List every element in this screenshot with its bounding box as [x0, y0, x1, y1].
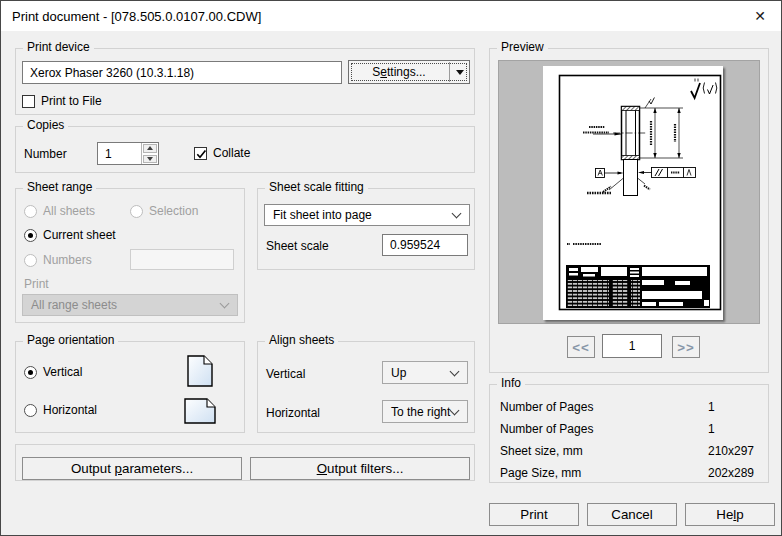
info-row-value: 1 — [708, 400, 715, 414]
sheet-scale-fitting-group: Sheet scale fitting Fit sheet into page … — [257, 188, 475, 270]
align-vertical-label: Vertical — [266, 367, 305, 381]
copies-number-stepper[interactable]: 1 — [97, 142, 159, 165]
preview-page-thumbnail — [543, 66, 723, 320]
checkmark-icon — [195, 148, 208, 161]
checkbox-box-checked[interactable] — [194, 147, 207, 160]
align-horizontal-label: Horizontal — [266, 406, 320, 420]
titlebar: Print document - [078.505.0.0107.00.CDW]… — [1, 1, 781, 31]
radio-numbers: Numbers — [24, 253, 92, 267]
output-buttons-frame: Output parameters... Output filters... — [15, 444, 475, 481]
radio-icon[interactable] — [24, 404, 37, 417]
radio-all-sheets: All sheets — [24, 204, 95, 218]
preview-group: Preview — [489, 48, 769, 373]
close-icon[interactable]: ✕ — [754, 7, 766, 25]
sheet-range-group: Sheet range All sheets Selection Current… — [15, 188, 245, 323]
next-page-button[interactable]: >> — [672, 336, 700, 358]
chevron-down-icon[interactable] — [452, 209, 462, 219]
radio-vertical[interactable]: Vertical — [24, 365, 82, 379]
radio-current-sheet[interactable]: Current sheet — [24, 228, 116, 242]
info-row-value: 210x297 — [708, 444, 754, 458]
chevron-down-icon — [220, 299, 230, 309]
split-separator — [449, 62, 450, 82]
page-orientation-group: Page orientation Vertical Horizontal — [15, 341, 245, 433]
sheet-scale-label: Sheet scale — [266, 239, 329, 253]
radio-selection: Selection — [130, 204, 198, 218]
print-range-select: All range sheets — [22, 294, 238, 316]
radio-icon — [24, 205, 37, 218]
spinner-down-icon[interactable] — [143, 155, 157, 164]
collate-checkbox[interactable]: Collate — [194, 146, 250, 160]
checkbox-box[interactable] — [22, 95, 35, 108]
info-row-value: 1 — [708, 422, 715, 436]
radio-icon-selected[interactable] — [24, 366, 37, 379]
radio-icon — [130, 205, 143, 218]
fit-mode-select[interactable]: Fit sheet into page — [264, 204, 470, 226]
print-range-label: Print — [24, 277, 49, 291]
portrait-page-icon — [187, 355, 213, 390]
dropdown-arrow-icon[interactable] — [456, 70, 464, 75]
sheet-scale-field[interactable]: 0.959524 — [382, 234, 468, 256]
align-sheets-label: Align sheets — [265, 333, 338, 347]
radio-icon — [24, 254, 37, 267]
spinner-up-icon[interactable] — [143, 144, 157, 153]
info-group: Info Number of Pages 1 Number of Pages 1… — [489, 384, 769, 483]
radio-icon-selected[interactable] — [24, 229, 37, 242]
previous-page-button[interactable]: << — [567, 336, 595, 358]
preview-canvas — [498, 60, 760, 324]
chevron-down-icon[interactable] — [450, 366, 460, 376]
info-row-label: Page Size, mm — [500, 466, 581, 480]
info-group-label: Info — [497, 376, 525, 390]
align-sheets-group: Align sheets Vertical Up Horizontal To t… — [257, 341, 475, 433]
help-button[interactable]: Help — [685, 503, 775, 526]
print-device-group-label: Print device — [23, 40, 94, 54]
print-dialog: Print document - [078.505.0.0107.00.CDW]… — [0, 0, 782, 536]
page-orientation-label: Page orientation — [23, 333, 118, 347]
page-number-field[interactable]: 1 — [602, 334, 662, 358]
chevron-down-icon[interactable] — [450, 405, 460, 415]
printer-name-field[interactable]: Xerox Phaser 3260 (10.3.1.18) — [22, 61, 342, 84]
sheet-range-group-label: Sheet range — [23, 180, 96, 194]
cancel-button[interactable]: Cancel — [587, 503, 677, 526]
info-row-label: Sheet size, mm — [500, 444, 583, 458]
print-to-file-label: Print to File — [41, 94, 102, 108]
landscape-page-icon — [184, 398, 216, 427]
align-horizontal-select[interactable]: To the right — [382, 400, 468, 423]
preview-group-label: Preview — [497, 40, 548, 54]
align-vertical-select[interactable]: Up — [382, 361, 468, 384]
collate-label: Collate — [213, 146, 250, 160]
copies-group: Copies Number 1 Collate — [15, 126, 475, 173]
number-label: Number — [24, 147, 67, 161]
dialog-body: Print device Xerox Phaser 3260 (10.3.1.1… — [1, 31, 782, 536]
drawing-preview — [543, 66, 723, 320]
sheet-scale-fitting-label: Sheet scale fitting — [265, 180, 368, 194]
info-row-value: 202x289 — [708, 466, 754, 480]
settings-button[interactable]: Settings... — [348, 60, 470, 84]
window-title: Print document - [078.505.0.0107.00.CDW] — [12, 9, 261, 24]
print-to-file-checkbox[interactable]: Print to File — [22, 94, 102, 108]
info-row-label: Number of Pages — [500, 422, 593, 436]
numbers-input — [130, 249, 234, 270]
print-device-group: Print device Xerox Phaser 3260 (10.3.1.1… — [15, 48, 475, 115]
copies-group-label: Copies — [23, 118, 68, 132]
output-filters-button[interactable]: Output filters... — [250, 457, 470, 480]
info-row-label: Number of Pages — [500, 400, 593, 414]
print-button[interactable]: Print — [489, 503, 579, 526]
title-block — [566, 265, 710, 308]
radio-horizontal[interactable]: Horizontal — [24, 403, 97, 417]
output-parameters-button[interactable]: Output parameters... — [22, 457, 242, 480]
